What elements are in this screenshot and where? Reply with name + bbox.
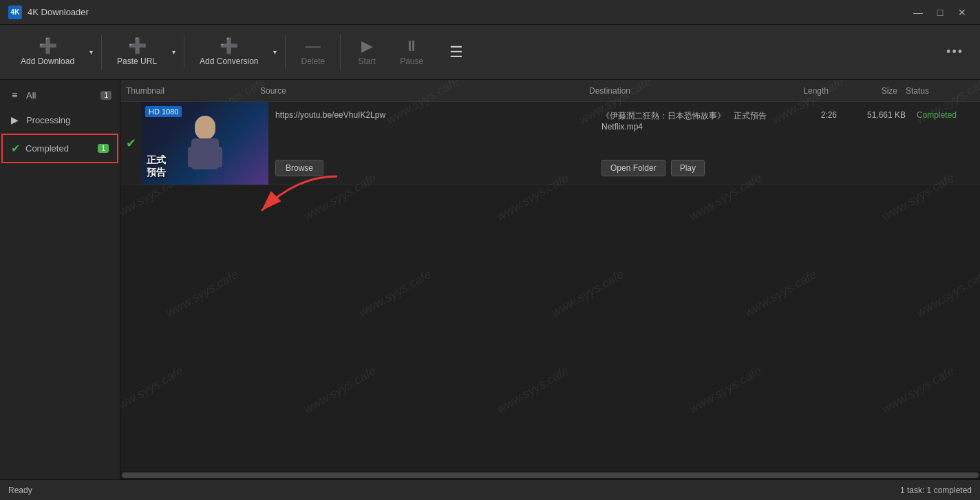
col-source-header: Source bbox=[260, 86, 589, 96]
app-title: 4K Downloader bbox=[28, 7, 89, 17]
quality-badge: HD 1080 bbox=[145, 106, 182, 117]
app-icon: 4K bbox=[8, 6, 22, 19]
sidebar-all-badge: 1 bbox=[100, 91, 111, 100]
delete-button[interactable]: — Delete bbox=[291, 33, 334, 72]
menu-icon: ☰ bbox=[449, 45, 463, 60]
svg-rect-2 bbox=[188, 147, 196, 167]
maximize-button[interactable]: □ bbox=[930, 4, 950, 21]
title-bar: 4K 4K Downloader — □ ✕ bbox=[0, 0, 980, 25]
item-checkmark-icon: ✔ bbox=[126, 136, 136, 151]
sidebar-completed-label: Completed bbox=[25, 143, 69, 154]
main-layout: ≡ All 1 ▶ Processing ✔ Completed 1 www.s… bbox=[0, 80, 980, 479]
col-length-header: Length bbox=[782, 86, 837, 96]
size-cell: 51,661 KB bbox=[842, 102, 911, 185]
watermark-19: www.syys.cafe bbox=[687, 364, 765, 417]
play-button[interactable]: Play bbox=[671, 160, 705, 176]
toolbar-right: ••• bbox=[941, 39, 969, 65]
sidebar-item-all[interactable]: ≡ All 1 bbox=[0, 83, 120, 107]
watermark-13: www.syys.cafe bbox=[549, 267, 627, 320]
add-download-caret[interactable]: ▾ bbox=[87, 45, 96, 59]
delete-icon: — bbox=[306, 39, 321, 54]
source-url: https://youtu.be/eeVhuIK2Lpw bbox=[275, 110, 588, 120]
thumbnail-image: HD 1080 正式 預告 bbox=[141, 102, 268, 185]
col-status-header: Status bbox=[906, 86, 974, 96]
destination-actions: Open Folder Play bbox=[601, 160, 780, 176]
source-cell: https://youtu.be/eeVhuIK2Lpw Browse bbox=[268, 102, 595, 185]
sidebar-item-completed[interactable]: ✔ Completed 1 bbox=[1, 134, 118, 163]
thumbnail-artwork bbox=[184, 112, 226, 174]
minimize-button[interactable]: — bbox=[908, 4, 928, 21]
sidebar: ≡ All 1 ▶ Processing ✔ Completed 1 bbox=[0, 80, 120, 479]
delete-label: Delete bbox=[301, 56, 325, 66]
watermark-16: www.syys.cafe bbox=[120, 364, 186, 417]
col-thumbnail-header: Thumbnail bbox=[126, 86, 260, 96]
watermark-18: www.syys.cafe bbox=[494, 364, 572, 417]
table-row: ✔ HD 1080 正式 預告 bbox=[120, 102, 980, 185]
toolbar: ➕ Add Download ▾ ➕ Paste URL ▾ ➕ Add Con… bbox=[0, 25, 980, 80]
length-cell: 2:26 bbox=[787, 102, 842, 185]
ready-status: Ready bbox=[8, 486, 32, 495]
watermark-12: www.syys.cafe bbox=[356, 267, 434, 320]
add-conversion-label: Add Conversion bbox=[200, 56, 258, 66]
content-area: www.syys.cafe www.syys.cafe www.syys.caf… bbox=[120, 80, 980, 479]
start-label: Start bbox=[359, 56, 376, 66]
item-status: Completed bbox=[917, 110, 957, 120]
watermark-15: www.syys.cafe bbox=[914, 267, 980, 320]
watermark-11: www.syys.cafe bbox=[164, 267, 242, 320]
toolbar-separator-1 bbox=[101, 35, 102, 70]
add-download-button[interactable]: ➕ Add Download bbox=[11, 33, 84, 72]
item-select: ✔ bbox=[120, 102, 141, 185]
open-folder-button[interactable]: Open Folder bbox=[601, 160, 665, 176]
browse-button[interactable]: Browse bbox=[275, 160, 323, 176]
item-length: 2:26 bbox=[821, 110, 837, 120]
col-destination-header: Destination bbox=[589, 86, 782, 96]
watermark-14: www.syys.cafe bbox=[742, 267, 820, 320]
sidebar-completed-badge: 1 bbox=[98, 144, 109, 153]
scrollbar-track bbox=[120, 471, 980, 479]
add-conversion-caret[interactable]: ▾ bbox=[270, 45, 279, 59]
checkmark-icon: ✔ bbox=[11, 142, 20, 155]
toolbar-separator-3 bbox=[285, 35, 286, 70]
add-conversion-button[interactable]: ➕ Add Conversion bbox=[190, 33, 268, 72]
scrollbar-thumb[interactable] bbox=[122, 472, 979, 478]
thumb-overlay-text: 正式 預告 bbox=[147, 154, 166, 179]
sidebar-item-processing[interactable]: ▶ Processing bbox=[0, 107, 120, 132]
title-bar-left: 4K 4K Downloader bbox=[8, 6, 89, 19]
svg-rect-0 bbox=[195, 116, 215, 140]
add-download-label: Add Download bbox=[21, 56, 74, 66]
destination-filename: 《伊藤潤二狂熱：日本恐怖故事》 正式預告Netflix.mp4 bbox=[601, 110, 780, 132]
sidebar-all-label: All bbox=[26, 90, 36, 101]
paste-url-label: Paste URL bbox=[117, 56, 157, 66]
svg-rect-3 bbox=[214, 147, 222, 167]
start-icon: ▶ bbox=[361, 39, 373, 54]
thumbnail-cell: HD 1080 正式 預告 bbox=[141, 102, 268, 185]
pause-label: Pause bbox=[400, 56, 423, 66]
destination-cell: 《伊藤潤二狂熱：日本恐怖故事》 正式預告Netflix.mp4 Open Fol… bbox=[595, 102, 787, 185]
task-summary: 1 task: 1 completed bbox=[900, 486, 972, 495]
sidebar-processing-label: Processing bbox=[26, 115, 70, 125]
menu-button[interactable]: ☰ bbox=[436, 39, 477, 65]
hamburger-icon: ≡ bbox=[8, 90, 21, 101]
add-conversion-icon: ➕ bbox=[220, 39, 238, 54]
paste-url-button[interactable]: ➕ Paste URL bbox=[107, 33, 167, 72]
item-size: 51,661 KB bbox=[867, 110, 906, 120]
play-icon: ▶ bbox=[8, 114, 21, 125]
paste-url-icon: ➕ bbox=[128, 39, 147, 54]
table-header: Thumbnail Source Destination Length Size… bbox=[120, 80, 980, 102]
status-cell: Completed bbox=[911, 102, 980, 185]
col-size-header: Size bbox=[837, 86, 906, 96]
toolbar-separator-2 bbox=[184, 35, 184, 70]
title-bar-controls: — □ ✕ bbox=[908, 4, 972, 21]
watermark-20: www.syys.cafe bbox=[880, 364, 957, 417]
toolbar-separator-4 bbox=[340, 35, 341, 70]
watermark-17: www.syys.cafe bbox=[301, 364, 379, 417]
pause-button[interactable]: ⏸ Pause bbox=[390, 33, 433, 72]
status-bar: Ready 1 task: 1 completed bbox=[0, 479, 980, 500]
start-button[interactable]: ▶ Start bbox=[346, 33, 387, 72]
add-download-icon: ➕ bbox=[39, 39, 57, 54]
more-options-button[interactable]: ••• bbox=[941, 39, 969, 65]
paste-url-caret[interactable]: ▾ bbox=[169, 45, 178, 59]
close-button[interactable]: ✕ bbox=[952, 4, 972, 21]
pause-icon: ⏸ bbox=[404, 39, 419, 54]
